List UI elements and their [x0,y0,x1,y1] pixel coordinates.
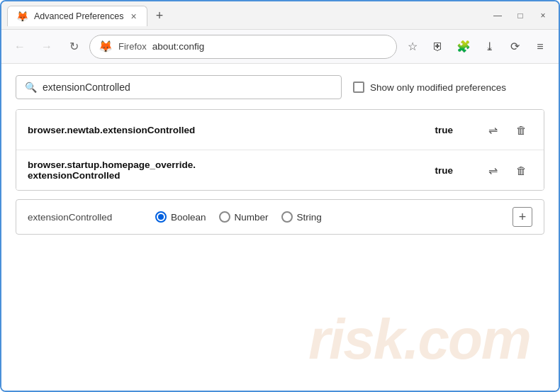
menu-icon: ≡ [537,40,543,53]
tab-close-button[interactable]: × [129,11,138,22]
close-button[interactable]: × [533,6,553,26]
watermark: risk.com [308,307,530,372]
back-button[interactable]: ← [9,35,31,58]
new-preference-row: extensionControlled Boolean Number Strin… [16,199,544,235]
extension-icon: 🧩 [457,40,471,53]
download-button[interactable]: ⤓ [478,35,500,58]
radio-number-label: Number [235,212,269,223]
firefox-logo: 🦊 [99,40,113,53]
radio-item-string[interactable]: String [281,211,322,223]
address-url: about:config [152,41,205,52]
address-bar[interactable]: 🦊 Firefox about:config [89,35,397,59]
radio-number-circle [219,211,230,223]
radio-boolean-label: Boolean [171,212,206,223]
type-radio-group: Boolean Number String [155,211,322,223]
history-button[interactable]: ⟳ [503,35,526,58]
bookmark-button[interactable]: ☆ [401,35,424,58]
pref-name-2: browser.startup.homepage_override. exten… [28,159,435,181]
back-icon: ← [14,40,26,53]
new-tab-button[interactable]: + [152,9,168,22]
toggle-icon-1: ⇌ [488,123,498,137]
radio-string-circle [281,211,293,223]
trash-icon-2: 🗑 [516,164,527,177]
nav-icons: ☆ ⛨ 🧩 ⤓ ⟳ ≡ [401,35,551,58]
delete-button-2[interactable]: 🗑 [510,159,532,181]
forward-button[interactable]: → [35,35,58,58]
history-icon: ⟳ [510,40,520,53]
radio-item-boolean[interactable]: Boolean [155,211,206,223]
window-controls: — □ × [488,6,553,26]
search-input[interactable]: extensionControlled [43,82,130,93]
radio-string-label: String [297,212,322,223]
toggle-icon-2: ⇌ [488,164,498,177]
pref-value-1: true [435,125,481,135]
search-row: 🔍 extensionControlled Show only modified… [16,75,544,99]
table-row: browser.startup.homepage_override. exten… [16,150,544,190]
pref-actions-2: ⇌ 🗑 [481,159,532,181]
trash-icon-1: 🗑 [516,124,527,136]
show-modified-row: Show only modified preferences [353,82,506,93]
bookmark-icon: ☆ [408,40,418,53]
toggle-button-1[interactable]: ⇌ [481,118,504,141]
show-modified-checkbox[interactable] [353,82,364,93]
content-area: risk.com 🔍 extensionControlled Show only… [1,64,559,392]
search-box[interactable]: 🔍 extensionControlled [16,75,342,99]
pref-value-2: true [435,165,481,176]
download-icon: ⤓ [485,40,494,53]
title-bar: 🦊 Advanced Preferences × + — □ × [1,1,559,30]
pref-name-2-line2: extensionControlled [28,170,435,181]
show-modified-label: Show only modified preferences [370,82,506,93]
delete-button-1[interactable]: 🗑 [510,118,532,141]
add-preference-button[interactable]: + [513,207,532,227]
pref-name-2-line1: browser.startup.homepage_override. [28,159,435,170]
table-row: browser.newtab.extensionControlled true … [16,110,544,150]
minimize-button[interactable]: — [488,6,508,26]
tab-firefox-icon: 🦊 [16,11,28,22]
pref-name-1: browser.newtab.extensionControlled [28,125,435,135]
browser-brand: Firefox [118,41,147,52]
preferences-table: browser.newtab.extensionControlled true … [16,109,544,191]
radio-boolean-circle [155,211,167,223]
browser-tab[interactable]: 🦊 Advanced Preferences × [7,6,147,26]
tab-title: Advanced Preferences [34,11,123,21]
maximize-button[interactable]: □ [510,6,530,26]
toggle-button-2[interactable]: ⇌ [481,159,504,181]
shield-icon: ⛨ [432,40,444,53]
navigation-bar: ← → ↻ 🦊 Firefox about:config ☆ ⛨ 🧩 ⤓ ⟳ ≡ [1,30,559,64]
reload-icon: ↻ [69,40,79,53]
search-icon: 🔍 [25,82,37,93]
forward-icon: → [41,40,52,53]
extension-button[interactable]: 🧩 [452,35,475,58]
shield-button[interactable]: ⛨ [427,35,449,58]
pref-actions-1: ⇌ 🗑 [481,118,532,141]
reload-button[interactable]: ↻ [62,35,85,58]
radio-item-number[interactable]: Number [219,211,269,223]
menu-button[interactable]: ≡ [529,35,551,58]
new-pref-name: extensionControlled [28,212,141,223]
